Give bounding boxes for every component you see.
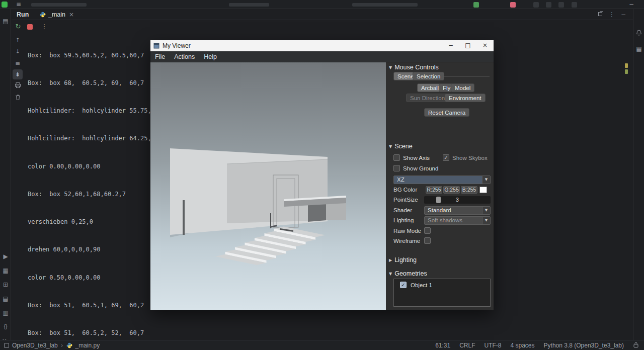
hide-tool-window-icon[interactable]: − xyxy=(621,10,626,19)
clear-console-icon[interactable] xyxy=(13,94,23,104)
section-scene[interactable]: ▼ Scene xyxy=(389,142,413,150)
section-geometries[interactable]: ▼ Geometries xyxy=(389,270,427,278)
viewport-canvas[interactable] xyxy=(150,62,386,310)
python-interpreter[interactable]: Python 3.8 (Open3D_te3_lab) xyxy=(544,342,624,349)
button-label: Selection xyxy=(417,73,440,79)
menu-actions[interactable]: Actions xyxy=(170,53,199,60)
services-tool-icon[interactable]: ▤ xyxy=(0,294,11,304)
lock-icon[interactable] xyxy=(633,341,639,349)
bg-green-field[interactable]: G:255 xyxy=(443,186,460,194)
ide-top-bar: ≡ − xyxy=(0,0,644,9)
viewer-close-icon[interactable]: × xyxy=(476,40,494,51)
section-lighting[interactable]: ▶ Lighting xyxy=(389,256,417,264)
right-tool-strip: ▦ xyxy=(633,9,644,340)
notification-text xyxy=(352,3,418,7)
button-label: Environment xyxy=(449,95,481,101)
button-label: Model xyxy=(455,85,470,91)
run-tool-window-header: Run _main × ⋮ − xyxy=(12,9,633,20)
sun-direction-button[interactable]: Sun Direction xyxy=(406,94,449,102)
object1-checkbox[interactable]: ✓ xyxy=(400,282,407,288)
wireframe-checkbox[interactable] xyxy=(424,237,431,244)
project-name[interactable]: Open3D_te3_lab xyxy=(12,342,58,349)
bg-red-field[interactable]: R:255 xyxy=(426,186,442,194)
caret-position[interactable]: 61:31 xyxy=(435,342,450,349)
section-mouse-controls[interactable]: ▼ Mouse Controls xyxy=(389,63,439,71)
packages-tool-icon[interactable]: ⊞ xyxy=(0,280,11,290)
project-widget-icon[interactable] xyxy=(4,343,9,348)
separator-line xyxy=(443,76,490,76)
viewer-minimize-icon[interactable]: − xyxy=(442,40,459,51)
toolbar-icon-3[interactable] xyxy=(558,2,564,8)
geometries-list: ✓ Object 1 xyxy=(393,279,491,307)
viewer-maximize-icon[interactable]: □ xyxy=(459,40,476,51)
show-ground-checkbox[interactable] xyxy=(393,165,400,171)
point-size-slider[interactable]: 3 xyxy=(424,196,491,204)
lighting-dropdown[interactable]: Soft shadows ▼ xyxy=(424,216,491,225)
run-options-kebab-icon[interactable]: ⋮ xyxy=(40,22,49,31)
run-tool-icon[interactable]: ▶ xyxy=(0,251,11,261)
reset-camera-button[interactable]: Reset Camera xyxy=(424,108,469,117)
toolbar-icon-1[interactable] xyxy=(533,2,539,8)
window-title-text xyxy=(31,3,87,7)
window-minimize-icon[interactable]: − xyxy=(629,0,634,9)
python-icon xyxy=(66,342,72,348)
toolbar-icon-4[interactable] xyxy=(572,2,577,8)
toolbar-plugin-icon-green[interactable] xyxy=(473,2,479,8)
ide-root: ≡ − ▤ ▶ ▦ ⊞ ▤ ▥ {} ≫ ▦ Run _main × xyxy=(0,0,644,350)
left-tool-strip: ▤ ▶ ▦ ⊞ ▤ ▥ {} ≫ xyxy=(0,9,11,340)
run-tab-main[interactable]: _main × xyxy=(36,9,78,20)
scroll-to-end-icon[interactable]: ⇟ xyxy=(13,69,23,79)
show-skybox-checkbox[interactable]: ✓ xyxy=(443,154,449,161)
wireframe-label: Wireframe xyxy=(393,237,420,245)
show-axis-checkbox[interactable] xyxy=(393,154,400,161)
tab-close-icon[interactable]: × xyxy=(69,11,74,18)
ai-assistant-icon[interactable]: ▦ xyxy=(633,45,644,52)
viewer-settings-panel: ▼ Mouse Controls Scene Selection Arcball… xyxy=(386,62,494,310)
rerun-icon[interactable]: ↻ xyxy=(14,22,23,31)
point-size-value: 3 xyxy=(424,196,491,204)
menu-file[interactable]: File xyxy=(150,53,170,60)
tab-selection-button[interactable]: Selection xyxy=(413,72,444,80)
bg-color-swatch[interactable] xyxy=(479,187,487,193)
viewer-title-bar[interactable]: My Viewer − □ × xyxy=(150,40,494,51)
tab-label: _main xyxy=(48,11,65,18)
show-ground-label: Show Ground xyxy=(403,164,438,172)
notifications-bell-icon[interactable] xyxy=(633,29,644,38)
main-menu-icon[interactable]: ≡ xyxy=(16,0,21,9)
down-stack-trace-icon[interactable]: ↓ xyxy=(13,46,23,56)
tool-window-options-icon[interactable]: ⋮ xyxy=(609,10,615,19)
mode-model-button[interactable]: Model xyxy=(451,83,474,92)
ground-plane-dropdown[interactable]: XZ ▼ xyxy=(393,176,491,184)
button-label: Reset Camera xyxy=(428,110,465,116)
shader-dropdown[interactable]: Standard ▼ xyxy=(424,206,491,215)
run-widget-text[interactable] xyxy=(229,3,269,7)
print-icon[interactable] xyxy=(13,81,23,92)
toolbar-icon-2[interactable] xyxy=(546,2,551,8)
soft-wrap-icon[interactable]: ≡ xyxy=(13,58,23,68)
file-encoding[interactable]: UTF-8 xyxy=(485,342,502,349)
stop-icon[interactable] xyxy=(27,24,33,30)
section-label: Mouse Controls xyxy=(394,64,439,71)
environment-button[interactable]: Environment xyxy=(445,94,486,102)
toolbar-plugin-icon-pink[interactable] xyxy=(510,2,516,8)
console-tool-icon[interactable]: {} xyxy=(0,322,11,332)
indent-style[interactable]: 4 spaces xyxy=(511,342,535,349)
button-label: Sun Direction xyxy=(410,95,445,101)
object1-label[interactable]: Object 1 xyxy=(411,281,432,289)
bg-color-label: BG Color xyxy=(393,186,417,194)
button-label: Arcball xyxy=(421,85,439,91)
chevron-down-icon: ▼ xyxy=(482,207,490,214)
bg-blue-field[interactable]: B:255 xyxy=(461,186,477,194)
line-separator[interactable]: CRLF xyxy=(459,342,475,349)
project-tool-icon[interactable]: ▤ xyxy=(0,16,11,26)
button-label: Fly xyxy=(443,85,450,91)
up-stack-trace-icon[interactable]: ↑ xyxy=(13,35,23,45)
current-file-name[interactable]: _main.py xyxy=(75,342,100,349)
python-icon xyxy=(40,12,46,18)
menu-help[interactable]: Help xyxy=(199,53,221,60)
database-tool-icon[interactable]: ▥ xyxy=(0,308,11,318)
dock-window-icon[interactable] xyxy=(598,10,604,19)
structure-tool-icon[interactable]: ▦ xyxy=(0,266,11,276)
raw-mode-checkbox[interactable] xyxy=(424,227,431,234)
show-axis-label: Show Axis xyxy=(403,154,430,162)
